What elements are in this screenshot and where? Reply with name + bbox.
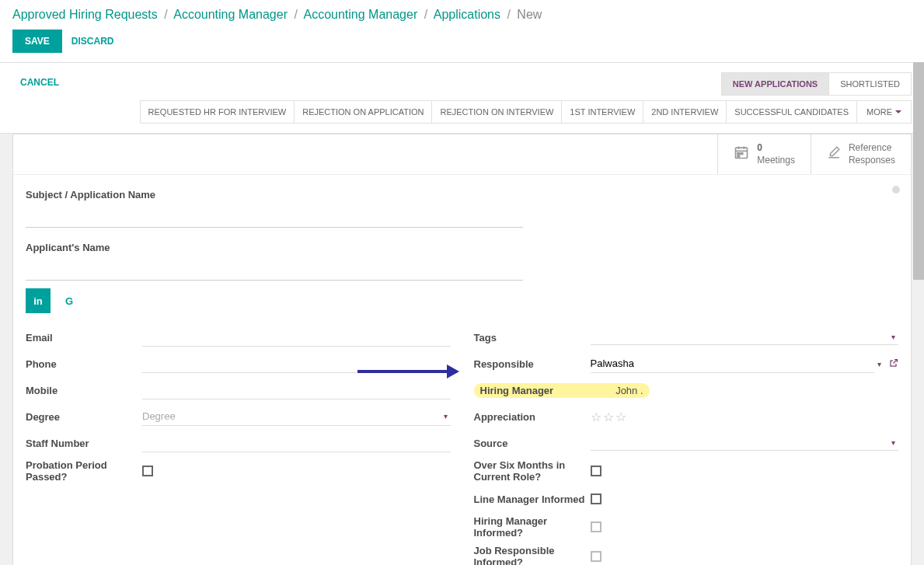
stage-rejection-app[interactable]: REJECTION ON APPLICATION: [294, 100, 432, 124]
subject-input[interactable]: [26, 204, 523, 228]
probation-checkbox[interactable]: [142, 466, 153, 476]
stage-1st-interview[interactable]: 1ST INTERVIEW: [561, 100, 643, 124]
breadcrumb-current: New: [517, 8, 542, 21]
stage-more[interactable]: MORE: [856, 100, 912, 124]
applicant-label: Applicant's Name: [26, 242, 898, 253]
stat-buttons: 0 Meetings Reference Responses: [13, 134, 911, 175]
degree-label: Degree: [26, 411, 142, 423]
stat-reference-text: Reference Responses: [849, 142, 895, 166]
caret-down-icon: ▾: [877, 360, 881, 368]
star-icon: ☆: [591, 410, 601, 424]
linkedin-button[interactable]: in: [26, 288, 51, 313]
tags-select[interactable]: ▾: [591, 330, 899, 345]
priority-dot[interactable]: [892, 186, 900, 194]
statusbar: CANCEL NEW APPLICATIONS SHORTLISTED REQU…: [0, 63, 924, 134]
caret-down-icon: ▾: [891, 333, 895, 341]
star-icon: ☆: [603, 410, 614, 424]
breadcrumb-link[interactable]: Accounting Manager: [303, 8, 417, 21]
stage-2nd-interview[interactable]: 2ND INTERVIEW: [643, 100, 727, 124]
discard-button[interactable]: DISCARD: [71, 36, 114, 47]
stage-rejection-interview[interactable]: REJECTION ON INTERVIEW: [431, 100, 562, 124]
meetings-label: Meetings: [757, 155, 795, 167]
subject-label: Subject / Application Name: [26, 189, 898, 201]
phone-input[interactable]: [142, 354, 451, 373]
star-icon: ☆: [615, 410, 626, 424]
stage-rows: NEW APPLICATIONS SHORTLISTED REQUESTED H…: [141, 72, 912, 124]
form-body: Subject / Application Name Applicant's N…: [13, 175, 911, 565]
over6-checkbox[interactable]: [591, 466, 601, 476]
caret-down-icon: ▾: [444, 412, 448, 420]
responsible-input[interactable]: [591, 354, 875, 373]
staff-input[interactable]: [142, 434, 451, 452]
stat-reference[interactable]: Reference Responses: [811, 134, 911, 174]
responsible-label: Responsible: [474, 358, 591, 370]
breadcrumb-sep: /: [294, 8, 297, 21]
stat-meetings-text: 0 Meetings: [757, 142, 795, 166]
jobresp-label: Job Responsible Informed?: [474, 545, 591, 565]
reference-l1: Reference: [849, 142, 895, 155]
probation-label: Probation Period Passed?: [26, 459, 142, 483]
source-label: Source: [474, 438, 591, 449]
mobile-input[interactable]: [142, 381, 451, 399]
stage-requested-hr[interactable]: REQUESTED HR FOR INTERVIEW: [140, 100, 295, 124]
over6-label: Over Six Months in Current Role?: [474, 459, 591, 483]
stage-row-top: NEW APPLICATIONS SHORTLISTED: [722, 72, 912, 96]
stage-row-bottom: REQUESTED HR FOR INTERVIEW REJECTION ON …: [141, 100, 912, 124]
breadcrumb-link[interactable]: Approved Hiring Requests: [12, 8, 158, 21]
stat-meetings[interactable]: 0 Meetings: [717, 134, 811, 174]
edit-icon: [827, 145, 841, 163]
linemgr-label: Line Manager Informed: [474, 494, 591, 505]
staff-label: Staff Number: [26, 438, 142, 449]
svg-rect-6: [737, 155, 740, 157]
external-link-icon[interactable]: [889, 358, 898, 370]
breadcrumb-sep: /: [424, 8, 427, 21]
email-input[interactable]: [142, 328, 451, 347]
reference-l2: Responses: [849, 155, 895, 167]
meetings-count: 0: [757, 142, 795, 155]
svg-rect-5: [741, 153, 743, 155]
scroll-thumb[interactable]: [913, 62, 924, 280]
degree-placeholder: Degree: [142, 410, 176, 422]
stage-new-applications[interactable]: NEW APPLICATIONS: [721, 72, 829, 96]
mobile-label: Mobile: [26, 385, 142, 396]
content-wrap: 0 Meetings Reference Responses Subject /…: [0, 134, 924, 565]
hiring-manager-value: John .: [615, 385, 643, 396]
save-button[interactable]: SAVE: [12, 30, 62, 53]
jobresp-checkbox[interactable]: [591, 551, 601, 562]
hmgr-label: Hiring Manager Informed?: [474, 515, 591, 539]
stage-shortlisted[interactable]: SHORTLISTED: [828, 72, 912, 96]
cancel-button[interactable]: CANCEL: [12, 72, 67, 92]
col-left: Email Phone Mobile DegreeDegree▾ Staff N…: [26, 327, 451, 565]
degree-select[interactable]: Degree▾: [142, 407, 451, 426]
scrollbar[interactable]: [913, 62, 924, 565]
calendar-icon: [734, 145, 749, 164]
tags-label: Tags: [474, 332, 591, 344]
breadcrumb-link[interactable]: Accounting Manager: [173, 8, 288, 21]
col-right: Tags▾ Responsible▾ Hiring ManagerJohn . …: [474, 327, 899, 565]
hiring-manager-highlight: Hiring ManagerJohn .: [474, 383, 650, 398]
social-row: in G: [26, 288, 898, 313]
breadcrumb: Approved Hiring Requests / Accounting Ma…: [0, 0, 924, 30]
breadcrumb-link[interactable]: Applications: [434, 8, 500, 21]
appreciation-stars[interactable]: ☆☆☆: [591, 410, 899, 424]
form-columns: Email Phone Mobile DegreeDegree▾ Staff N…: [26, 327, 898, 565]
phone-label: Phone: [26, 358, 142, 370]
hiring-manager-label: Hiring Manager: [480, 385, 554, 396]
more-label: MORE: [866, 107, 892, 117]
form-sheet: 0 Meetings Reference Responses Subject /…: [12, 134, 912, 565]
hmgr-checkbox[interactable]: [591, 521, 601, 532]
email-label: Email: [26, 332, 142, 344]
appreciation-label: Appreciation: [474, 411, 591, 423]
applicant-input[interactable]: [26, 256, 523, 281]
breadcrumb-sep: /: [507, 8, 510, 21]
google-button[interactable]: G: [57, 288, 82, 313]
source-select[interactable]: ▾: [591, 435, 899, 451]
linemgr-checkbox[interactable]: [591, 494, 601, 504]
caret-down-icon: [895, 110, 901, 113]
stage-successful[interactable]: SUCCESSFUL CANDIDATES: [726, 100, 857, 124]
svg-rect-4: [737, 153, 740, 155]
toolbar: SAVE DISCARD: [0, 30, 924, 62]
breadcrumb-sep: /: [164, 8, 167, 21]
caret-down-icon: ▾: [891, 438, 895, 447]
